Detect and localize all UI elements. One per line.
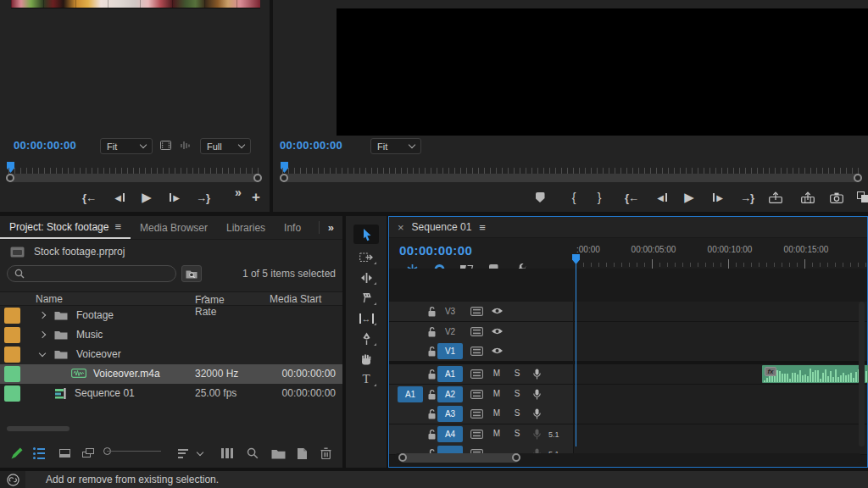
track-label-v1[interactable]: V1 bbox=[437, 343, 463, 359]
lift-button[interactable] bbox=[765, 188, 787, 207]
tab-libraries[interactable]: Libraries bbox=[217, 216, 275, 239]
slip-tool[interactable]: ↔ bbox=[353, 308, 379, 328]
timeline-vertical-scrollbar[interactable] bbox=[859, 302, 865, 446]
panel-menu-icon[interactable]: ≡ bbox=[114, 220, 121, 233]
track-lock-icon[interactable] bbox=[427, 369, 437, 380]
creative-cloud-button[interactable] bbox=[0, 471, 25, 488]
go-to-in-button[interactable]: {← bbox=[620, 188, 643, 207]
extract-button[interactable] bbox=[797, 188, 819, 207]
razor-tool[interactable] bbox=[353, 288, 379, 308]
solo-track-button[interactable]: S bbox=[511, 369, 523, 378]
table-row-music[interactable]: Music bbox=[0, 325, 342, 345]
toggle-track-output-eye-icon[interactable] bbox=[491, 347, 504, 355]
automate-to-sequence-button[interactable] bbox=[219, 445, 236, 462]
mark-in-button[interactable]: { bbox=[563, 188, 585, 207]
scrollbar-handle-right[interactable] bbox=[512, 453, 520, 462]
source-clip-filmstrip[interactable] bbox=[11, 0, 260, 8]
sync-lock-icon[interactable] bbox=[470, 369, 483, 379]
solo-track-button[interactable]: S bbox=[511, 408, 523, 418]
label-color-swatch[interactable] bbox=[4, 366, 20, 382]
scrollbar-handle-right[interactable] bbox=[253, 174, 262, 182]
voiceover-record-mic-icon[interactable] bbox=[533, 369, 541, 380]
fx-badge[interactable]: fx bbox=[765, 367, 776, 376]
add-marker-button[interactable] bbox=[529, 188, 551, 207]
comparison-view-button[interactable] bbox=[852, 188, 868, 207]
tab-project[interactable]: Project: Stock footage ≡ bbox=[0, 216, 131, 239]
track-lock-icon[interactable] bbox=[427, 346, 437, 357]
track-content-a1[interactable]: fx bbox=[574, 364, 867, 384]
table-row-sequence-01[interactable]: Sequence 01 25.00 fps 00:00:00:00 bbox=[0, 384, 342, 403]
drag-audio-icon[interactable] bbox=[180, 141, 191, 150]
search-box[interactable] bbox=[7, 265, 176, 282]
expand-chevron-icon[interactable] bbox=[39, 312, 46, 319]
drag-video-icon[interactable] bbox=[160, 141, 171, 150]
track-content-a2[interactable] bbox=[574, 385, 867, 404]
sync-lock-icon[interactable] bbox=[470, 307, 483, 316]
horizontal-scrollbar[interactable] bbox=[7, 426, 70, 431]
track-lock-icon[interactable] bbox=[427, 389, 437, 400]
sync-lock-icon[interactable] bbox=[470, 409, 483, 419]
search-input[interactable] bbox=[30, 268, 169, 280]
voiceover-record-mic-icon[interactable] bbox=[533, 389, 541, 400]
label-color-swatch[interactable] bbox=[4, 347, 20, 363]
more-buttons-chevron[interactable]: » bbox=[231, 183, 246, 202]
step-back-button[interactable]: ◀ bbox=[651, 188, 673, 207]
track-label-a3[interactable]: A3 bbox=[437, 406, 463, 422]
solo-track-button[interactable]: S bbox=[511, 389, 523, 398]
search-bin-button[interactable] bbox=[181, 265, 202, 282]
expand-chevron-icon[interactable] bbox=[39, 331, 46, 338]
column-name[interactable]: Name bbox=[36, 293, 63, 305]
column-media-start[interactable]: Media Start bbox=[270, 293, 321, 305]
track-content-v2[interactable] bbox=[574, 322, 867, 341]
play-button[interactable]: ▶ bbox=[136, 188, 158, 207]
tab-overflow-chevron[interactable]: » bbox=[320, 216, 342, 239]
ripple-edit-tool[interactable] bbox=[353, 268, 379, 287]
source-zoom-scrollbar[interactable] bbox=[7, 174, 261, 182]
scrollbar-handle-left[interactable] bbox=[280, 174, 288, 182]
source-playback-resolution-select[interactable]: Full bbox=[200, 138, 251, 154]
label-color-swatch[interactable] bbox=[4, 385, 20, 402]
timeline-time-ruler[interactable] bbox=[574, 259, 867, 269]
hand-tool[interactable] bbox=[353, 349, 379, 369]
solo-track-button[interactable]: S bbox=[511, 429, 523, 438]
program-video-screen[interactable] bbox=[337, 8, 868, 136]
sync-lock-icon[interactable] bbox=[470, 390, 483, 399]
timeline-timecode[interactable]: 00:00:00:00 bbox=[399, 243, 472, 258]
track-content-v1[interactable] bbox=[574, 341, 867, 361]
track-lock-icon[interactable] bbox=[427, 306, 437, 317]
sort-chevron-icon[interactable] bbox=[192, 445, 209, 462]
track-lock-icon[interactable] bbox=[427, 408, 437, 419]
panel-menu-icon[interactable]: ≡ bbox=[479, 221, 486, 234]
delete-button[interactable] bbox=[317, 445, 334, 462]
project-file-row[interactable]: Stock footage.prproj bbox=[10, 244, 125, 259]
timeline-playhead-line[interactable] bbox=[576, 259, 576, 446]
track-label-v3[interactable]: V3 bbox=[437, 303, 463, 319]
table-row-voiceover-bin[interactable]: Voiceover bbox=[0, 345, 342, 364]
source-patch-a1-badge[interactable]: A1 bbox=[398, 386, 423, 402]
new-bin-button[interactable] bbox=[270, 445, 287, 462]
timeline-zoom-scrollbar[interactable] bbox=[394, 453, 862, 463]
track-content-a4[interactable] bbox=[574, 424, 867, 444]
label-color-swatch[interactable] bbox=[4, 308, 20, 324]
program-zoom-select[interactable]: Fit bbox=[370, 138, 421, 154]
table-row-voiceover-m4a[interactable]: Voiceover.m4a 32000 Hz 00:00:00:00 bbox=[0, 364, 342, 384]
export-frame-button[interactable] bbox=[826, 188, 848, 207]
button-editor-add[interactable]: + bbox=[245, 188, 267, 207]
scrollbar-handle-left[interactable] bbox=[398, 453, 407, 462]
program-zoom-scrollbar[interactable] bbox=[281, 174, 861, 182]
mute-track-button[interactable]: M bbox=[491, 408, 503, 418]
step-back-button[interactable]: ◀ bbox=[108, 188, 131, 207]
sync-lock-icon[interactable] bbox=[470, 327, 483, 336]
mute-track-button[interactable]: M bbox=[491, 369, 503, 378]
column-frame-rate[interactable]: Frame Rate bbox=[195, 293, 208, 305]
track-label-a4[interactable]: A4 bbox=[437, 426, 463, 442]
go-to-out-button[interactable]: →} bbox=[192, 188, 214, 207]
mute-track-button[interactable]: M bbox=[491, 429, 503, 438]
new-item-button[interactable] bbox=[293, 445, 310, 462]
timeline-zoom-bar[interactable] bbox=[399, 453, 520, 463]
go-to-in-button[interactable]: {← bbox=[78, 188, 100, 207]
list-view-button[interactable] bbox=[31, 445, 47, 462]
toggle-track-output-eye-icon[interactable] bbox=[491, 327, 504, 336]
label-color-swatch[interactable] bbox=[4, 327, 20, 343]
track-select-forward-tool[interactable] bbox=[353, 247, 379, 267]
